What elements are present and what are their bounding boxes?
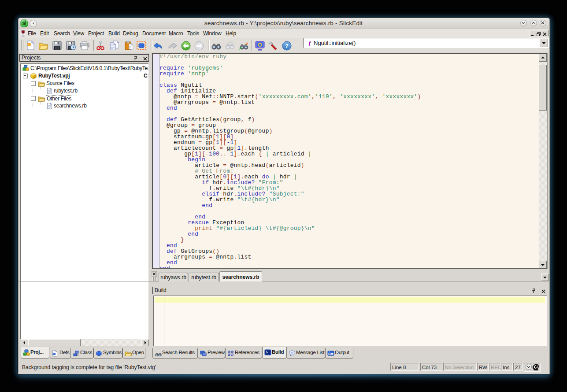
- svg-text:?: ?: [285, 43, 289, 49]
- svg-text:f: f: [309, 40, 311, 46]
